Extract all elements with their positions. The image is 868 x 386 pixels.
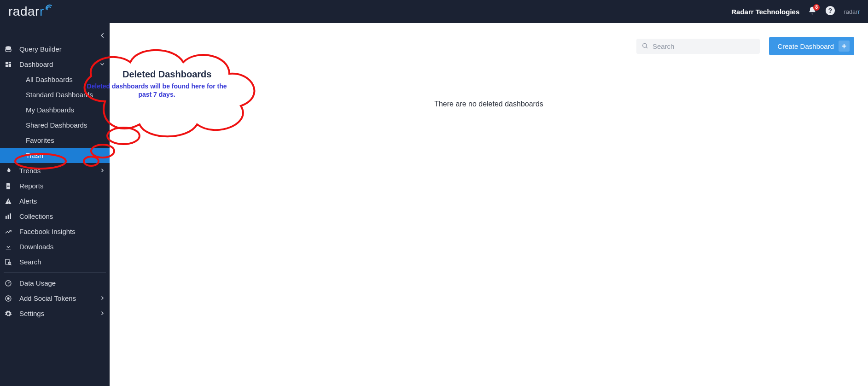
- app-header: radarr Radarr Technologies 8 ? radarr: [0, 0, 868, 23]
- search-input[interactable]: [652, 42, 754, 50]
- nav-label: Collections: [19, 212, 105, 220]
- search-icon: [642, 42, 649, 50]
- help-icon: ?: [825, 6, 835, 16]
- nav-label: Query Builder: [19, 45, 105, 53]
- alert-icon: [4, 198, 13, 205]
- nav-label: Trends: [19, 167, 93, 175]
- nav-dashboard[interactable]: Dashboard: [0, 57, 110, 72]
- subnav-my-dashboards[interactable]: My Dashboards: [0, 102, 110, 117]
- nav-query-builder[interactable]: Query Builder: [0, 41, 110, 57]
- brand-text: radar: [8, 4, 40, 19]
- nav-trends[interactable]: Trends: [0, 163, 110, 178]
- gauge-icon: [4, 280, 13, 287]
- gear-icon: [4, 310, 13, 317]
- svg-point-22: [643, 44, 647, 47]
- notif-badge: 8: [813, 4, 820, 11]
- nav-label: Facebook Insights: [19, 228, 105, 235]
- nav-add-social-tokens[interactable]: Add Social Tokens: [0, 291, 110, 306]
- main-topbar: Create Dashboard +: [110, 23, 868, 60]
- org-name[interactable]: Radarr Technologies: [731, 8, 799, 16]
- brand-logo: radarr: [8, 4, 53, 19]
- plus-icon: +: [839, 41, 850, 52]
- header-right: Radarr Technologies 8 ? radarr: [731, 6, 860, 18]
- nav-alerts[interactable]: Alerts: [0, 193, 110, 209]
- wifi-arc-icon: [45, 4, 53, 12]
- search-box[interactable]: [636, 39, 760, 54]
- empty-state-text: There are no deleted dashboards: [110, 100, 868, 108]
- nav-label: Dashboard: [19, 60, 93, 68]
- svg-line-23: [646, 47, 647, 48]
- svg-rect-14: [6, 249, 11, 249]
- subnav-all-dashboards[interactable]: All Dashboards: [0, 72, 110, 87]
- nav-label: Add Social Tokens: [19, 294, 93, 302]
- nav-label: Downloads: [19, 243, 105, 251]
- svg-line-17: [11, 264, 12, 265]
- svg-line-19: [8, 282, 10, 283]
- svg-rect-8: [7, 186, 9, 187]
- nav-settings[interactable]: Settings: [0, 306, 110, 321]
- chevron-right-icon: [99, 310, 105, 317]
- svg-rect-5: [9, 64, 11, 67]
- nav-label: Alerts: [19, 197, 105, 205]
- svg-point-24: [107, 128, 140, 144]
- nav-search[interactable]: Search: [0, 254, 110, 269]
- nav-label: Search: [19, 258, 105, 266]
- svg-rect-6: [6, 64, 8, 67]
- nav-collections[interactable]: Collections: [0, 209, 110, 224]
- nav-downloads[interactable]: Downloads: [0, 239, 110, 254]
- svg-rect-11: [6, 216, 7, 219]
- svg-rect-7: [7, 185, 9, 185]
- subnav-standard-dashboards[interactable]: Standard Dashboards: [0, 87, 110, 102]
- svg-rect-4: [9, 62, 11, 63]
- download-icon: [4, 243, 13, 251]
- svg-rect-10: [8, 203, 8, 203]
- svg-text:?: ?: [828, 7, 832, 14]
- subnav-shared-dashboards[interactable]: Shared Dashboards: [0, 117, 110, 133]
- main-content: Create Dashboard + Deleted Dashboards Th…: [110, 23, 868, 386]
- svg-point-21: [7, 298, 9, 299]
- svg-rect-9: [8, 200, 8, 202]
- subnav-trash[interactable]: Trash: [0, 148, 110, 163]
- svg-rect-15: [6, 259, 9, 264]
- svg-rect-13: [10, 213, 11, 219]
- chevron-right-icon: [99, 167, 105, 175]
- nav-label: Settings: [19, 310, 93, 317]
- notifications-button[interactable]: 8: [808, 6, 817, 17]
- chevron-left-icon: [99, 32, 106, 39]
- svg-rect-12: [8, 215, 9, 219]
- flame-icon: [4, 167, 13, 175]
- mini-brand: radarr: [844, 8, 860, 15]
- nav-label: Data Usage: [19, 279, 105, 287]
- sidebar: Query Builder Dashboard All Dashboards S…: [0, 23, 110, 386]
- collapse-sidebar-button[interactable]: [99, 32, 106, 40]
- database-icon: [4, 46, 13, 53]
- collections-icon: [4, 213, 13, 220]
- svg-rect-3: [6, 62, 8, 64]
- create-label: Create Dashboard: [777, 42, 834, 50]
- analytics-icon: [4, 228, 13, 235]
- subnav-favorites[interactable]: Favorites: [0, 133, 110, 148]
- nav-facebook-insights[interactable]: Facebook Insights: [0, 224, 110, 239]
- dashboard-icon: [4, 61, 13, 68]
- token-icon: [4, 295, 13, 302]
- nav-data-usage[interactable]: Data Usage: [0, 275, 110, 291]
- chevron-down-icon: [99, 60, 105, 68]
- brand-accent: r: [40, 4, 44, 19]
- document-icon: [4, 182, 13, 190]
- help-button[interactable]: ?: [825, 6, 835, 18]
- create-dashboard-button[interactable]: Create Dashboard +: [769, 37, 854, 55]
- chevron-right-icon: [99, 294, 105, 302]
- nav-reports[interactable]: Reports: [0, 178, 110, 193]
- divider: [4, 272, 106, 273]
- page-title: Deleted Dashboards: [122, 69, 868, 80]
- nav-label: Reports: [19, 182, 105, 190]
- search-page-icon: [4, 258, 13, 266]
